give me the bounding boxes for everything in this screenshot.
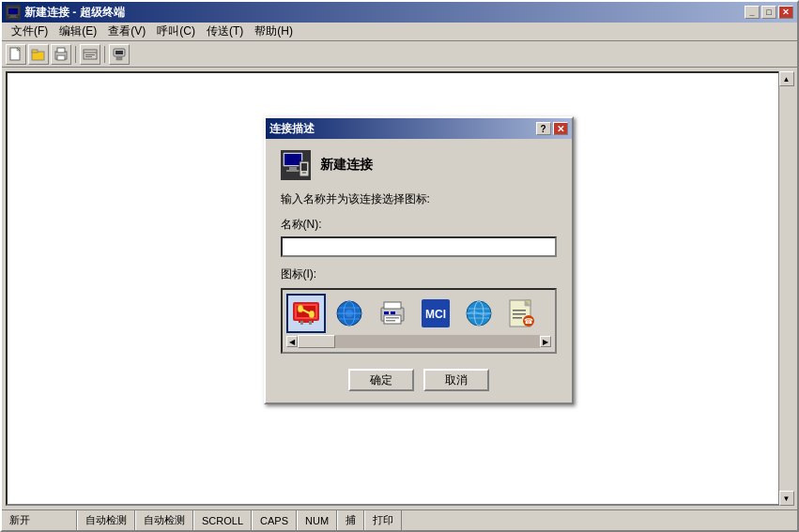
icon-item-phone[interactable] [286, 294, 326, 333]
svg-rect-57 [513, 310, 526, 312]
svg-rect-25 [302, 172, 306, 174]
dialog-header-icon [281, 150, 311, 180]
svg-point-39 [346, 310, 353, 317]
toolbar-open[interactable] [28, 44, 49, 65]
icon-grid: MCI [286, 294, 551, 333]
content-area: 连接描述 ? ✕ [6, 71, 793, 506]
svg-rect-3 [8, 17, 18, 18]
svg-rect-32 [300, 321, 303, 325]
connection-dialog: 连接描述 ? ✕ [264, 116, 574, 404]
toolbar [2, 41, 797, 68]
content-wrapper: 连接描述 ? ✕ [6, 71, 793, 506]
svg-text:☎: ☎ [524, 317, 533, 326]
icon-grid-wrapper: MCI [281, 288, 557, 354]
svg-rect-58 [513, 313, 526, 315]
dialog-title-controls: ? ✕ [536, 122, 568, 135]
dialog-name-label: 名称(N): [281, 217, 557, 233]
icon-item-document[interactable]: ☎ [502, 294, 542, 333]
icon-scroll-right-button[interactable]: ▶ [540, 336, 551, 347]
svg-rect-1 [8, 8, 18, 14]
icon-item-wrench[interactable] [545, 294, 551, 333]
right-scrollbar: ▲ ▼ [778, 71, 793, 506]
toolbar-new[interactable] [6, 44, 26, 65]
svg-rect-41 [384, 302, 401, 309]
status-auto-detect-1: 自动检测 [77, 510, 135, 530]
svg-rect-44 [391, 312, 395, 314]
close-button[interactable]: ✕ [778, 6, 793, 19]
dialog-help-button[interactable]: ? [536, 122, 551, 135]
dialog-buttons: 确定 取消 [281, 369, 557, 391]
toolbar-print[interactable] [51, 44, 71, 65]
icon-scroll-thumb[interactable] [298, 335, 335, 348]
dialog-confirm-button[interactable]: 确定 [348, 369, 414, 391]
scroll-up-button[interactable]: ▲ [779, 71, 794, 86]
svg-rect-8 [32, 50, 38, 53]
svg-rect-14 [85, 54, 95, 55]
svg-text:MCI: MCI [425, 308, 446, 321]
status-num: NUM [297, 510, 337, 530]
toolbar-separator-2 [104, 46, 105, 63]
toolbar-properties[interactable] [80, 44, 100, 65]
dialog-overlay: 连接描述 ? ✕ [8, 73, 791, 504]
svg-rect-20 [284, 154, 301, 165]
icon-scrollbar: ◀ ▶ [286, 335, 551, 348]
status-print: 打印 [364, 510, 402, 530]
scroll-track [779, 86, 793, 491]
svg-rect-17 [115, 51, 123, 54]
icon-item-network[interactable] [330, 294, 369, 333]
title-bar-left: 新建连接 - 超级终端 [6, 5, 125, 21]
svg-rect-59 [513, 317, 522, 319]
minimize-button[interactable]: _ [745, 6, 760, 19]
scroll-down-button[interactable]: ▼ [779, 491, 794, 506]
menu-bar: 文件(F) 编辑(E) 查看(V) 呼叫(C) 传送(T) 帮助(H) [2, 23, 797, 41]
title-bar: 新建连接 - 超级终端 _ □ ✕ [2, 2, 797, 23]
title-controls: _ □ ✕ [745, 6, 793, 19]
icon-scroll-track [298, 335, 540, 348]
menu-file[interactable]: 文件(F) [6, 22, 54, 41]
svg-rect-43 [384, 312, 389, 314]
svg-rect-15 [85, 56, 92, 57]
svg-rect-24 [301, 163, 307, 171]
status-caps: CAPS [252, 510, 297, 530]
svg-rect-33 [309, 321, 312, 325]
main-window: 新建连接 - 超级终端 _ □ ✕ 文件(F) 编辑(E) 查看(V) 呼叫(C… [0, 0, 799, 532]
icon-scroll-left-button[interactable]: ◀ [286, 336, 298, 347]
dialog-header-text: 新建连接 [320, 157, 373, 174]
menu-view[interactable]: 查看(V) [102, 22, 151, 41]
svg-rect-10 [57, 48, 65, 53]
dialog-header: 新建连接 [281, 150, 557, 180]
status-auto-detect-2: 自动检测 [135, 510, 193, 530]
svg-rect-2 [10, 15, 16, 17]
dialog-description: 输入名称并为该连接选择图标: [281, 191, 557, 207]
svg-rect-11 [57, 55, 65, 60]
toolbar-dial[interactable] [109, 44, 130, 65]
dialog-content: 新建连接 输入名称并为该连接选择图标: 名称(N): 图标(I): [266, 139, 572, 403]
dialog-title: 连接描述 [269, 121, 315, 137]
icon-item-mci[interactable]: MCI [416, 294, 455, 333]
status-bar: 新开 自动检测 自动检测 SCROLL CAPS NUM 捕 打印 [2, 509, 797, 530]
svg-rect-22 [286, 170, 300, 172]
dialog-cancel-button[interactable]: 取消 [423, 369, 489, 391]
dialog-title-bar: 连接描述 ? ✕ [266, 118, 572, 139]
svg-rect-18 [116, 57, 122, 60]
icon-item-printer[interactable] [373, 294, 412, 333]
window-title: 新建连接 - 超级终端 [24, 5, 125, 21]
status-scroll: SCROLL [193, 510, 252, 530]
menu-edit[interactable]: 编辑(E) [54, 22, 102, 41]
menu-transfer[interactable]: 传送(T) [201, 22, 249, 41]
status-new-open: 新开 [2, 510, 77, 530]
dialog-name-input[interactable] [281, 236, 557, 257]
status-capture: 捕 [337, 510, 364, 530]
maximize-button[interactable]: □ [761, 6, 776, 19]
svg-rect-45 [386, 317, 399, 319]
icon-item-globe[interactable] [459, 294, 499, 333]
toolbar-separator-1 [75, 46, 76, 63]
svg-rect-46 [386, 320, 395, 322]
dialog-close-button[interactable]: ✕ [553, 122, 568, 135]
menu-help[interactable]: 帮助(H) [249, 22, 299, 41]
menu-call[interactable]: 呼叫(C) [151, 22, 201, 41]
app-icon [6, 5, 21, 20]
dialog-icon-label: 图标(I): [281, 266, 557, 282]
